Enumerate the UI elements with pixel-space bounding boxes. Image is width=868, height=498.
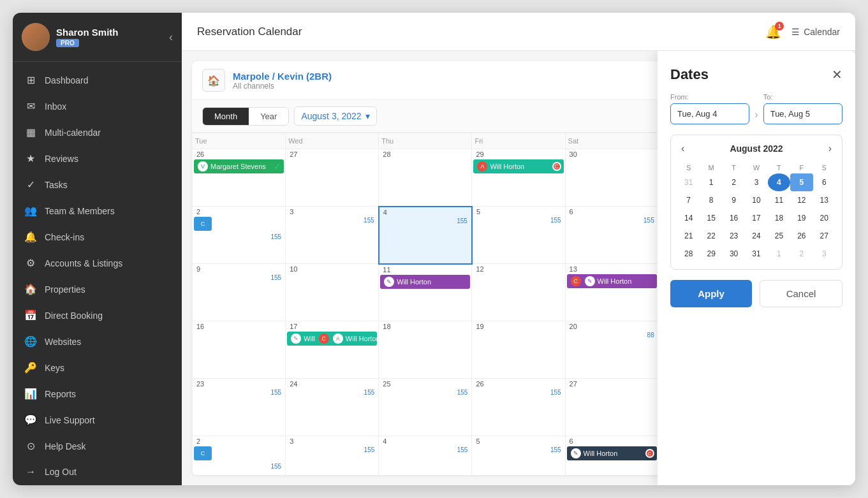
mini-day-1b[interactable]: 1: [768, 245, 790, 263]
mini-day-31b[interactable]: 31: [745, 245, 767, 263]
mini-day-3[interactable]: 3: [745, 173, 767, 191]
sidebar-item-help[interactable]: ⊙ Help Desk: [13, 433, 182, 459]
booking-bar[interactable]: V Margaret Stevens ✓: [194, 159, 284, 173]
cell-5[interactable]: 5 155: [472, 207, 565, 264]
mini-day-1[interactable]: 1: [700, 173, 722, 191]
cell-5c[interactable]: 5 155: [472, 436, 565, 476]
mini-prev-button[interactable]: ‹: [677, 142, 688, 156]
mini-day-14[interactable]: 14: [677, 209, 700, 227]
mini-day-11[interactable]: 11: [768, 191, 790, 209]
cell-23[interactable]: 23 155: [193, 379, 286, 436]
mini-day-6[interactable]: 6: [813, 173, 835, 191]
cell-18[interactable]: 18: [379, 321, 472, 379]
sidebar-item-properties[interactable]: 🏠 Properties: [13, 276, 182, 302]
mini-day-2[interactable]: 2: [723, 173, 745, 191]
cell-25[interactable]: 25 155: [379, 379, 472, 436]
cell-19[interactable]: 19: [472, 321, 565, 379]
sidebar-item-reviews[interactable]: ★ Reviews: [13, 145, 182, 172]
cell-3c[interactable]: 3 155: [286, 436, 379, 476]
from-date-input[interactable]: [670, 103, 749, 124]
cell-12[interactable]: 12: [472, 264, 565, 321]
mini-day-19[interactable]: 19: [790, 209, 813, 227]
cell-10[interactable]: 10: [286, 264, 379, 321]
mini-day-4[interactable]: 4: [768, 173, 790, 191]
sidebar-item-websites[interactable]: 🌐 Websites: [13, 328, 182, 355]
mini-day-5[interactable]: 5: [790, 173, 813, 191]
mini-day-3b[interactable]: 3: [813, 245, 835, 263]
cell-29[interactable]: 29 A Will Horton C: [472, 149, 565, 207]
sidebar-item-reports[interactable]: 📊 Reports: [13, 381, 182, 407]
home-button[interactable]: 🏠: [202, 69, 225, 92]
cell-30[interactable]: 30: [565, 149, 658, 207]
cell-6c[interactable]: 6 ✎ Will Horton C: [565, 436, 658, 476]
mini-day-22[interactable]: 22: [700, 227, 722, 245]
mini-day-10[interactable]: 10: [745, 191, 767, 209]
cancel-button[interactable]: Cancel: [760, 280, 842, 307]
cell-20[interactable]: 20 88: [565, 321, 658, 379]
close-button[interactable]: ✕: [832, 67, 842, 82]
cell-27[interactable]: 27: [286, 149, 379, 207]
mini-day-17[interactable]: 17: [745, 209, 767, 227]
mini-day-16[interactable]: 16: [723, 209, 745, 227]
mini-day-12[interactable]: 12: [790, 191, 813, 209]
year-view-button[interactable]: Year: [249, 108, 288, 125]
cell-2[interactable]: 2 C 155: [193, 207, 286, 264]
sidebar-item-team[interactable]: 👥 Team & Members: [13, 198, 182, 224]
booking-bar[interactable]: ✎ Will Horton C: [567, 446, 657, 460]
cell-4[interactable]: 4 155: [379, 207, 472, 264]
cell-26b[interactable]: 26 155: [472, 379, 565, 436]
cell-9[interactable]: 9 155: [193, 264, 286, 321]
sidebar-item-direct-booking[interactable]: 📅 Direct Booking: [13, 302, 182, 328]
cell-6[interactable]: 6 155: [565, 207, 658, 264]
mini-day-20[interactable]: 20: [813, 209, 835, 227]
mini-day-9[interactable]: 9: [723, 191, 745, 209]
cell-3[interactable]: 3 155: [286, 207, 379, 264]
cell-2c[interactable]: 2 C 155: [193, 436, 286, 476]
mini-day-26[interactable]: 26: [790, 227, 813, 245]
sidebar-item-keys[interactable]: 🔑 Keys: [13, 355, 182, 381]
mini-day-2b[interactable]: 2: [790, 245, 813, 263]
mini-day-24[interactable]: 24: [745, 227, 767, 245]
booking-start[interactable]: C: [194, 446, 212, 460]
apply-button[interactable]: Apply: [670, 280, 752, 307]
booking-bar[interactable]: A Will Horton C: [473, 159, 563, 173]
cell-17[interactable]: 17 ✎ Will C A Will Horton: [286, 321, 379, 379]
sidebar-item-logout[interactable]: → Log Out: [13, 459, 182, 485]
booking-bar[interactable]: ✎ Will C A Will Horton: [287, 332, 377, 346]
cell-11[interactable]: 11 ✎ Will Horton: [379, 264, 472, 321]
mini-day-28[interactable]: 28: [677, 245, 700, 263]
month-view-button[interactable]: Month: [203, 108, 249, 125]
sidebar-item-inbox[interactable]: ✉ Inbox: [13, 93, 182, 119]
sidebar-item-tasks[interactable]: ✓ Tasks: [13, 172, 182, 198]
mini-day-23[interactable]: 23: [723, 227, 745, 245]
mini-day-18[interactable]: 18: [768, 209, 790, 227]
booking-start[interactable]: C: [194, 217, 212, 231]
booking-bar[interactable]: C ✎ Will Horton: [567, 274, 657, 288]
date-dropdown[interactable]: August 3, 2022 ▾: [294, 106, 376, 126]
mini-day-8[interactable]: 8: [700, 191, 722, 209]
mini-day-15[interactable]: 15: [700, 209, 722, 227]
sidebar-item-checkins[interactable]: 🔔 Check-ins: [13, 224, 182, 250]
cell-4c[interactable]: 4 155: [379, 436, 472, 476]
mini-day-13[interactable]: 13: [813, 191, 835, 209]
cell-27b[interactable]: 27: [565, 379, 658, 436]
sidebar-item-accounts[interactable]: ⚙ Accounts & Listings: [13, 250, 182, 276]
mini-day-21[interactable]: 21: [677, 227, 700, 245]
sidebar-item-multi-calendar[interactable]: ▦ Multi-calendar: [13, 119, 182, 145]
mini-next-button[interactable]: ›: [825, 142, 835, 156]
cell-16[interactable]: 16: [193, 321, 286, 379]
cell-13[interactable]: 13 C ✎ Will Horton: [565, 264, 658, 321]
cell-24[interactable]: 24 155: [286, 379, 379, 436]
mini-day-7[interactable]: 7: [677, 191, 700, 209]
mini-day-29[interactable]: 29: [700, 245, 722, 263]
notification-button[interactable]: 🔔 1: [765, 24, 781, 40]
booking-bar[interactable]: ✎ Will Horton: [380, 275, 470, 289]
calendar-view-button[interactable]: ☰ Calendar: [791, 27, 840, 37]
sidebar-item-live-support[interactable]: 💬 Live Support: [13, 407, 182, 433]
sidebar-toggle[interactable]: ‹: [169, 31, 173, 44]
mini-day-30[interactable]: 30: [723, 245, 745, 263]
cell-28[interactable]: 28: [379, 149, 472, 207]
to-date-input[interactable]: [763, 103, 842, 124]
mini-day-25[interactable]: 25: [768, 227, 790, 245]
sidebar-item-dashboard[interactable]: ⊞ Dashboard: [13, 67, 182, 93]
